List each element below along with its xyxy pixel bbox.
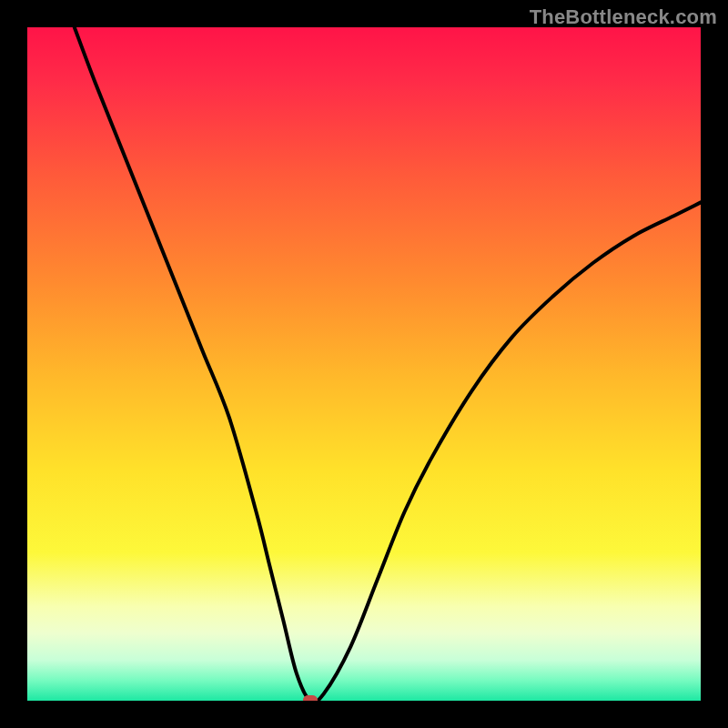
plot-area: [27, 27, 701, 701]
optimal-point-marker: [303, 695, 318, 701]
watermark-text: TheBottleneck.com: [530, 5, 717, 29]
chart-frame: TheBottleneck.com: [0, 0, 728, 728]
bottleneck-curve: [27, 27, 701, 701]
